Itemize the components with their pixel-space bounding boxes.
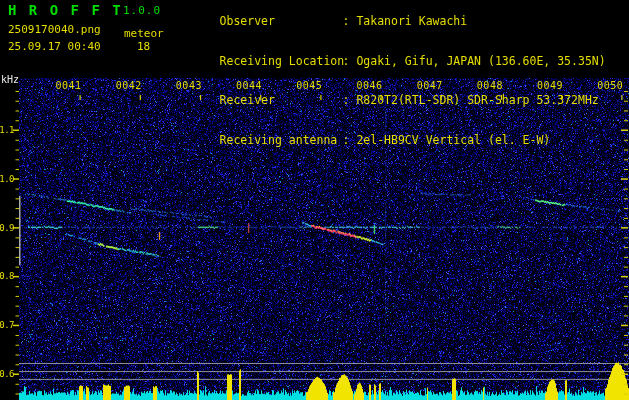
- time-label-0044: 0044: [219, 80, 279, 91]
- freq-label-1.1: 1.1: [0, 125, 14, 135]
- freq-label-0.9: 0.9: [0, 223, 14, 233]
- info-value: Takanori Kawachi: [356, 14, 467, 28]
- info-label: Receiver: [220, 94, 343, 107]
- info-separator: :: [343, 133, 357, 147]
- info-row-antenna: Receiving antenna: 2el-HB9CV Vertical (e…: [178, 121, 606, 161]
- hrofft-window: H R O F F T 1.0.0 2509170040.png meteor …: [0, 0, 629, 400]
- freq-label-0.7: 0.7: [0, 320, 14, 330]
- time-label-0046: 0046: [340, 80, 400, 91]
- info-row-location: Receiving Location: Ogaki, Gifu, JAPAN (…: [178, 42, 606, 82]
- freq-label-0.8: 0.8: [0, 271, 14, 281]
- time-label-0043: 0043: [159, 80, 219, 91]
- echo-count: 18: [137, 40, 150, 53]
- info-value: 2el-HB9CV Vertical (el. E-W): [356, 133, 550, 147]
- freq-label-1.0: 1.0: [0, 174, 14, 184]
- time-label-0041: 0041: [39, 80, 99, 91]
- info-row-observer: Observer: Takanori Kawachi: [178, 2, 606, 42]
- info-separator: :: [343, 54, 357, 68]
- info-value: Ogaki, Gifu, JAPAN (136.60E, 35.35N): [356, 54, 605, 68]
- time-label-0050: 0050: [580, 80, 629, 91]
- time-label-0042: 0042: [99, 80, 159, 91]
- time-label-0047: 0047: [400, 80, 460, 91]
- time-label-0049: 0049: [520, 80, 580, 91]
- info-separator: :: [343, 14, 357, 28]
- info-label: Receiving Location: [220, 55, 343, 68]
- observation-mode: meteor: [124, 27, 164, 40]
- info-label: Receiving antenna: [220, 134, 343, 147]
- time-label-0045: 0045: [279, 80, 339, 91]
- app-title: H R O F F T: [8, 2, 123, 18]
- info-label: Observer: [220, 15, 343, 28]
- observation-datetime: 25.09.17 00:40: [8, 40, 101, 53]
- time-label-0048: 0048: [460, 80, 520, 91]
- app-version: 1.0.0: [123, 4, 161, 17]
- freq-label-0.6: 0.6: [0, 369, 14, 379]
- freq-axis-unit: kHz: [1, 74, 19, 85]
- info-separator: :: [343, 93, 357, 107]
- info-value: R820T2(RTL-SDR) SDR-Sharp 53.372MHz: [356, 93, 598, 107]
- output-filename: 2509170040.png: [8, 23, 101, 36]
